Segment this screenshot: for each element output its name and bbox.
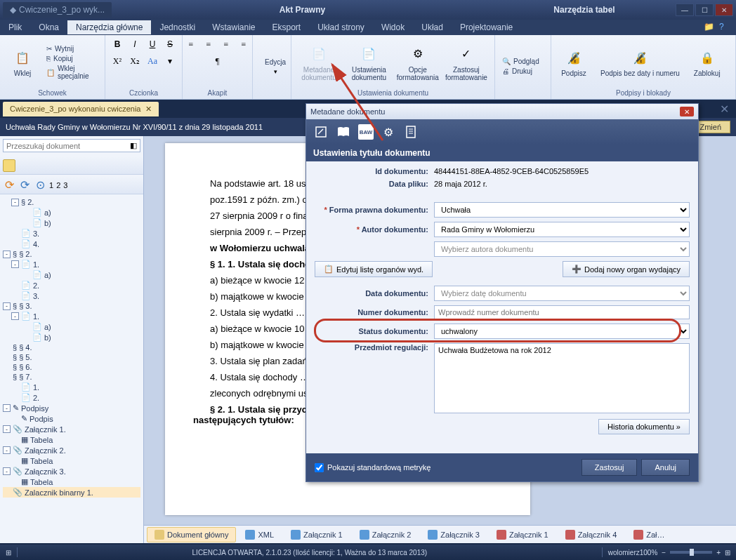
zoom-out-button[interactable]: −: [662, 549, 666, 556]
tree-item[interactable]: -📎Załącznik 1.: [3, 424, 140, 434]
menu-eksport[interactable]: Eksport: [263, 20, 309, 34]
zoom-slider[interactable]: [670, 551, 712, 554]
tree-item[interactable]: 📄4.: [3, 239, 140, 249]
notes-icon[interactable]: [403, 124, 419, 140]
tree-item[interactable]: -§§ 2.: [3, 249, 140, 259]
apply-button[interactable]: Zastosuj: [581, 459, 638, 476]
tree-expander[interactable]: -: [11, 199, 19, 206]
subscript-button[interactable]: X₂: [127, 54, 143, 68]
align-justify-button[interactable]: ≡: [236, 37, 251, 51]
doctabs-close-icon[interactable]: ✕: [716, 102, 733, 116]
legal-form-select[interactable]: Uchwała: [434, 202, 690, 218]
baw-icon[interactable]: BAW: [358, 124, 374, 140]
history-button[interactable]: Historia dokumentu »: [598, 419, 690, 434]
menu-wstawianie[interactable]: Wstawianie: [204, 20, 263, 34]
edit-dropdown[interactable]: Edycja ▾: [257, 55, 294, 78]
underline-button[interactable]: U: [145, 37, 160, 51]
view-tab[interactable]: Załącznik 1: [489, 527, 556, 542]
tree-item[interactable]: -✎Podpisy: [3, 403, 140, 413]
tree-item[interactable]: -§§ 3.: [3, 301, 140, 311]
tree-item[interactable]: 📄a): [3, 207, 140, 218]
sign-nodate-button[interactable]: 🔏 Podpis bez daty i numeru: [595, 45, 685, 80]
window-close-button[interactable]: ✕: [715, 4, 733, 16]
tree-item[interactable]: 📄b): [3, 218, 140, 228]
align-left-button[interactable]: ≡: [183, 37, 199, 51]
tree-item[interactable]: 📄2.: [3, 392, 140, 403]
pilcrow-button[interactable]: ¶: [210, 54, 225, 68]
cancel-button[interactable]: Anuluj: [641, 459, 690, 476]
tree-item[interactable]: ✎Podpis: [3, 413, 140, 424]
tree-item[interactable]: 📄a): [3, 269, 140, 280]
tree-item[interactable]: 📄3.: [3, 291, 140, 301]
paste-button[interactable]: 📋 Wklej: [4, 45, 41, 80]
show-metric-input[interactable]: [315, 463, 324, 472]
tree-expander[interactable]: -: [3, 467, 11, 475]
menu-projektowanie[interactable]: Projektowanie: [452, 20, 521, 34]
view-tab[interactable]: Załącznik 3: [420, 527, 487, 542]
metadata-button[interactable]: 📄 Metadane dokumentu: [296, 41, 342, 84]
view-tab[interactable]: Dokument główny: [147, 527, 236, 542]
document-tab-close[interactable]: ✕: [145, 105, 152, 114]
view-tab[interactable]: Załącznik 1: [283, 527, 350, 542]
tree-item[interactable]: 📄b): [3, 332, 140, 342]
book-icon[interactable]: [336, 124, 351, 140]
menu-widok[interactable]: Widok: [373, 20, 413, 34]
menu-uklad[interactable]: Układ: [413, 20, 452, 34]
level-3[interactable]: 3: [63, 181, 67, 189]
apply-format-button[interactable]: ✓ Zastosuj formatowanie: [442, 41, 490, 84]
tree-item[interactable]: ▦Tabela: [3, 455, 140, 466]
author-add-select[interactable]: Wybierz autora dokumentu: [434, 241, 690, 257]
tree-item[interactable]: §§ 4.: [3, 342, 140, 352]
format-options-button[interactable]: ⚙ Opcje formatowania: [396, 41, 440, 84]
window-minimize-button[interactable]: —: [676, 4, 694, 16]
preview-button[interactable]: 🔍Podgląd: [499, 57, 542, 66]
tree-item[interactable]: -📄1.: [3, 259, 140, 269]
copy-button[interactable]: ⎘Kopiuj: [44, 54, 100, 63]
gear-icon[interactable]: ⚙: [381, 124, 396, 140]
status-right-icon[interactable]: ⊞: [725, 549, 730, 556]
structure-tree[interactable]: -§2.📄a)📄b)📄3.📄4.-§§ 2.-📄1.📄a)📄2.📄3.-§§ 3…: [0, 194, 143, 543]
subject-textarea[interactable]: Uchwała Budżetowa na rok 2012: [434, 343, 690, 413]
expand-icon[interactable]: ⊙: [34, 179, 46, 192]
tree-item[interactable]: 📄a): [3, 321, 140, 332]
tree-expander[interactable]: -: [3, 446, 11, 454]
menu-okna[interactable]: Okna: [30, 20, 67, 34]
font-size-button[interactable]: Aa: [145, 54, 160, 68]
tree-item[interactable]: 📎Zalacznik binarny 1.: [3, 487, 140, 498]
tree-expander[interactable]: -: [3, 251, 11, 258]
tree-item[interactable]: §§ 6.: [3, 362, 140, 372]
doc-settings-button[interactable]: 📄 Ustawienia dokumentu: [345, 41, 393, 84]
tree-expander[interactable]: -: [3, 425, 11, 433]
bold-button[interactable]: B: [110, 37, 125, 51]
document-tab[interactable]: Cwiczenie_3_po wykonaniu cwiczenia ✕: [3, 102, 159, 116]
status-select[interactable]: uchwalony: [434, 324, 690, 339]
tree-item[interactable]: -📎Załącznik 3.: [3, 466, 140, 476]
paste-special-button[interactable]: 📋Wklej specjalnie: [44, 64, 100, 81]
zoom-in-button[interactable]: +: [716, 549, 721, 556]
italic-button[interactable]: I: [127, 37, 143, 51]
view-tab[interactable]: Załącznik 2: [352, 527, 419, 542]
tree-expander[interactable]: -: [3, 404, 11, 412]
author-select[interactable]: Rada Gminy w Wołomierzu: [434, 222, 690, 237]
tree-item[interactable]: -📄1.: [3, 311, 140, 321]
level-1[interactable]: 1: [49, 181, 53, 189]
strike-button[interactable]: S: [162, 37, 178, 51]
add-organ-button[interactable]: ➕Dodaj nowy organ wydający: [563, 261, 690, 277]
tree-item[interactable]: -📎Załącznik 2.: [3, 445, 140, 455]
sign-button[interactable]: 🔏 Podpisz: [556, 45, 592, 80]
help-icon[interactable]: ?: [719, 22, 730, 33]
view-tab[interactable]: Załącznik 4: [558, 527, 625, 542]
search-input[interactable]: [6, 142, 130, 150]
docnum-input[interactable]: [434, 305, 690, 319]
level-2[interactable]: 2: [56, 181, 60, 189]
font-dropdown-button[interactable]: ▾: [162, 54, 178, 68]
menu-plik[interactable]: Plik: [0, 20, 30, 34]
lock-button[interactable]: 🔒 Zablokuj: [688, 45, 726, 80]
tree-item[interactable]: ▦Tabela: [3, 476, 140, 487]
refresh-icon[interactable]: ⟳: [3, 179, 15, 192]
navigator-view-icon[interactable]: [3, 159, 15, 172]
tree-item[interactable]: 📄1.: [3, 382, 140, 392]
eraser-icon[interactable]: ◧: [130, 141, 137, 150]
edit-metadata-icon[interactable]: [313, 124, 329, 140]
tree-item[interactable]: -§2.: [3, 197, 140, 207]
